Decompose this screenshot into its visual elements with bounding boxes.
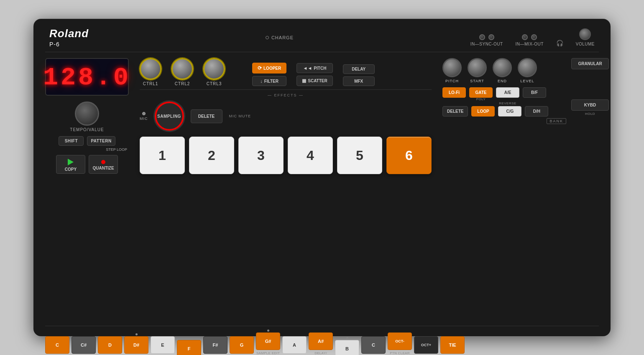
volume-knob[interactable] — [579, 28, 591, 40]
key-gs-sub: SAMPLE EDITFILTER — [256, 351, 280, 355]
kybd-button[interactable]: KYBD — [571, 99, 609, 111]
copy-button[interactable]: COPY — [56, 155, 85, 174]
ctrl2-label: CTRL2 — [175, 81, 190, 86]
charge-indicator: CHARGE — [266, 35, 294, 40]
reverse-label: REVERSE — [496, 101, 519, 105]
level-knob-group: LEVEL — [518, 58, 537, 83]
tempo-knob-area: TEMPO/VALUE — [45, 101, 129, 132]
end-knob-group: END — [493, 58, 512, 83]
charge-label: CHARGE — [271, 35, 294, 40]
mix-jacks — [522, 34, 537, 40]
cg-button[interactable]: C/G — [498, 106, 521, 117]
ctrl1-label: CTRL1 — [143, 81, 158, 86]
bottom-keyboard-row: C EXIT C# ENTER D SHUFFLE D# LAST E ◄ — [45, 326, 599, 355]
left-section: 128.0 TEMPO/VALUE SHIFT PATTERN STEP LOO… — [45, 58, 129, 321]
sampling-button[interactable]: SAMPLING — [155, 101, 184, 131]
pad-2[interactable]: 2 — [189, 137, 234, 174]
mic-label: MIC — [140, 117, 148, 121]
lofi-button[interactable]: LO-Fi — [442, 87, 466, 98]
sync-label: IN—SYNC-OUT — [470, 42, 503, 46]
key-ds-pad[interactable]: D# — [124, 336, 148, 354]
gate-button[interactable]: GATE — [469, 87, 493, 98]
ae-button[interactable]: A/E — [496, 87, 519, 98]
pad-5[interactable]: 5 — [337, 137, 382, 174]
volume-label: VOLUME — [576, 42, 595, 46]
oct-plus-pad[interactable]: OCT+ — [414, 336, 438, 354]
bank-label-row: BANK — [442, 118, 568, 124]
start-knob[interactable] — [468, 58, 487, 77]
mic-mute-label: MIC MUTE — [229, 114, 251, 118]
dh-button[interactable]: D/H — [525, 106, 548, 117]
loop-button[interactable]: LOOP — [471, 106, 495, 117]
delete-btn2[interactable]: DELETE — [442, 106, 468, 117]
key-b: B — [335, 337, 359, 355]
quantize-button[interactable]: QUANTIZE — [89, 155, 118, 174]
headphone-jack-row: 🎧 — [556, 40, 563, 46]
key-g: G VOICE — [230, 336, 254, 355]
ctrl2-knob[interactable] — [171, 58, 193, 80]
copy-label: COPY — [65, 167, 77, 172]
tie-pad[interactable]: TIE — [440, 336, 465, 354]
key-a-pad[interactable]: A — [282, 336, 307, 354]
pad-6[interactable]: 6 — [386, 137, 432, 174]
bf-button[interactable]: B/F — [523, 87, 546, 98]
key-c-pad[interactable]: C — [45, 336, 69, 354]
hold-label: HOLD — [571, 112, 609, 116]
key-f-pad[interactable]: F — [177, 340, 201, 355]
display-area: 128.0 — [45, 58, 129, 96]
copy-quantize-row: COPY QUANTIZE — [45, 155, 129, 174]
bank-label: BANK — [547, 118, 566, 124]
start-knob-group: START — [468, 58, 487, 83]
looper-button[interactable]: ⟳ LOOPER — [252, 63, 286, 74]
pad-4[interactable]: 4 — [288, 137, 333, 174]
key-e-pad[interactable]: E — [151, 336, 175, 354]
delete-button[interactable]: DELETE — [191, 109, 222, 123]
key-as: A# DELAY/REVERB — [309, 332, 333, 355]
roland-logo: Roland — [49, 27, 89, 40]
key-c2: C ALL — [361, 336, 386, 355]
ctrl1-knob[interactable] — [140, 58, 161, 80]
play-icon — [68, 159, 74, 165]
key-g-pad[interactable]: G — [230, 336, 254, 354]
oct-minus-sub: PTN CLEARPAD MOTION — [388, 351, 411, 355]
pad-3[interactable]: 3 — [238, 137, 284, 174]
oct-minus-pad[interactable]: OCT- — [388, 332, 412, 350]
pitch-knob[interactable] — [442, 58, 462, 77]
filter-button[interactable]: ↓ FILTER — [252, 76, 286, 86]
tempo-knob[interactable] — [75, 101, 99, 126]
pitch-button[interactable]: ◄◄ PITCH — [296, 63, 332, 73]
filter-label: FILTER — [264, 79, 279, 84]
delay-label: DELAY — [352, 67, 365, 71]
right-knobs-row: PITCH START END LEVEL — [442, 58, 568, 83]
shift-pattern-row: SHIFT PATTERN — [45, 136, 129, 146]
key-cs-pad[interactable]: C# — [72, 336, 96, 354]
key-b-pad[interactable]: B — [335, 340, 359, 355]
granular-button[interactable]: GRANULAR — [571, 58, 609, 69]
key-gs-pad[interactable]: G# — [256, 332, 280, 350]
mix-label: IN—MIX-OUT — [516, 42, 544, 46]
record-dot-icon — [101, 160, 105, 164]
shift-button[interactable]: SHIFT — [59, 136, 84, 146]
key-as-pad[interactable]: A# — [309, 332, 333, 350]
headphone-icon: 🎧 — [556, 40, 563, 46]
key-c2-pad[interactable]: C — [361, 336, 386, 354]
key-d-pad[interactable]: D — [98, 336, 122, 354]
start-knob-label: START — [470, 79, 484, 83]
quantize-label: QUANTIZE — [92, 166, 114, 170]
pad-1[interactable]: 1 — [140, 137, 185, 174]
level-knob[interactable] — [518, 58, 537, 77]
mfx-button[interactable]: MFX — [343, 76, 375, 86]
key-e: E ◄ PAGE ► — [151, 336, 175, 355]
scatter-button[interactable]: ▦ SCATTER — [296, 76, 332, 86]
pattern-button[interactable]: PATTERN — [87, 136, 115, 146]
ctrl3-group: CTRL3 — [203, 58, 225, 86]
mix-connector-group: IN—MIX-OUT — [516, 34, 544, 46]
poly-label: POLY — [469, 97, 493, 101]
key-as-sub: DELAY/REVERB — [314, 351, 328, 355]
effects-col3: DELAY MFX — [343, 64, 375, 86]
key-fs-pad[interactable]: F# — [203, 336, 227, 354]
ctrl3-knob[interactable] — [203, 58, 225, 80]
end-knob[interactable] — [493, 58, 512, 77]
logo-section: Roland P-6 — [49, 27, 89, 48]
delay-button[interactable]: DELAY — [343, 64, 375, 74]
